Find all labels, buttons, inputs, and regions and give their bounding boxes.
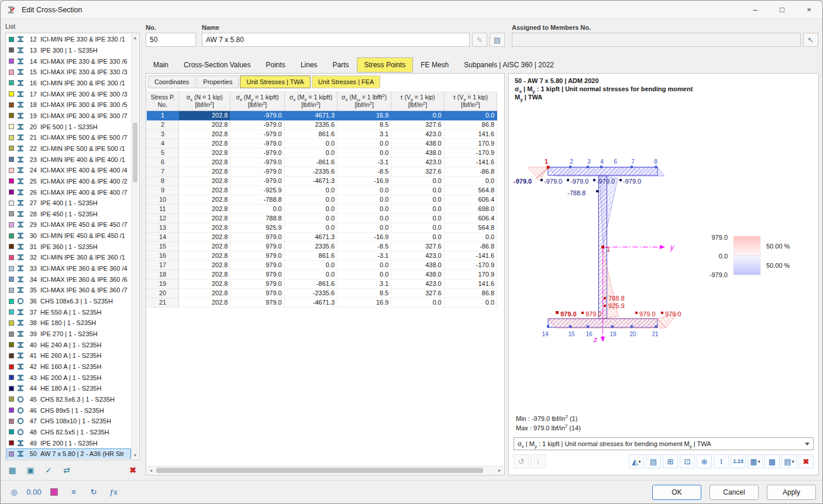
table-cell[interactable]: 202.8 [179, 251, 230, 261]
row-number-cell[interactable]: 8 [147, 177, 179, 186]
hscroll-thumb[interactable] [156, 468, 483, 473]
list-item[interactable]: 50AW 7 x 5.80 | 2 - A36 (HR Str [6, 448, 131, 459]
table-cell[interactable]: 698.0 [445, 205, 497, 214]
row-number-cell[interactable]: 10 [147, 195, 179, 205]
table-cell[interactable]: -979.0 [230, 158, 284, 167]
result-type-button[interactable]: ◭▾ [629, 454, 644, 468]
row-number-cell[interactable]: 6 [147, 158, 179, 167]
table-cell[interactable]: 0.0 [391, 111, 444, 120]
cancel-button[interactable]: Cancel [710, 485, 759, 500]
list-item[interactable]: 27IPE 400 | 1 - S235H [6, 198, 131, 209]
table-cell[interactable]: -979.0 [230, 177, 284, 186]
list-item[interactable]: 39IPE 270 | 1 - S235H [6, 329, 131, 340]
table-cell[interactable]: -925.9 [230, 186, 284, 195]
tab-subpanels-aisc-360-2022[interactable]: Subpanels | AISC 360 | 2022 [456, 57, 562, 73]
table-cell[interactable]: 3.1 [338, 130, 391, 139]
grid-button[interactable]: ▩ [765, 454, 780, 468]
reset-view-button[interactable]: ✖ [798, 454, 814, 468]
list-item[interactable]: 13IPE 300 | 1 - S235H [6, 45, 131, 56]
ok-button[interactable]: OK [652, 485, 701, 500]
table-cell[interactable]: 0.0 [230, 205, 284, 214]
list-item[interactable]: 14ICI-MAX IPE 330 & IPE 330 /6 [6, 56, 131, 67]
table-cell[interactable]: 202.8 [179, 223, 230, 233]
table-cell[interactable]: -170.9 [445, 261, 497, 270]
row-number-cell[interactable]: 18 [147, 270, 179, 279]
row-number-cell[interactable]: 9 [147, 186, 179, 195]
list-item[interactable]: 37HE 550 A | 1 - S235H [6, 306, 131, 317]
table-cell[interactable]: 0.0 [338, 139, 391, 149]
table-cell[interactable]: 202.8 [179, 177, 230, 186]
table-cell[interactable]: 141.6 [445, 130, 497, 139]
table-cell[interactable]: -979.0 [230, 111, 284, 120]
table-cell[interactable]: 202.8 [179, 233, 230, 242]
subtab-unit-stresses-fea[interactable]: Unit Stresses | FEA [312, 75, 381, 88]
table-cell[interactable]: 979.0 [230, 261, 284, 270]
list-item[interactable]: 49IPE 200 | 1 - S235H [6, 437, 131, 448]
copy-section-button[interactable]: ▣ [23, 463, 37, 477]
table-cell[interactable]: 979.0 [230, 270, 284, 279]
minimize-button[interactable]: – [742, 1, 769, 19]
table-cell[interactable]: 861.6 [285, 251, 338, 261]
table-cell[interactable]: 606.4 [445, 214, 497, 223]
row-number-cell[interactable]: 20 [147, 289, 179, 298]
table-cell[interactable]: 0.0 [391, 223, 444, 233]
table-cell[interactable]: 202.8 [179, 130, 230, 139]
list-item[interactable]: 31IPE 360 | 1 - S235H [6, 241, 131, 252]
tab-points[interactable]: Points [259, 57, 293, 73]
table-cell[interactable]: 16.9 [338, 298, 391, 308]
table-cell[interactable]: 979.0 [230, 298, 284, 308]
table-cell[interactable]: -861.6 [285, 158, 338, 167]
table-cell[interactable]: 0.0 [285, 214, 338, 223]
table-cell[interactable]: 141.6 [445, 279, 497, 289]
table-cell[interactable]: 202.8 [179, 289, 230, 298]
list-item[interactable]: 34ICI-MAX IPE 360 & IPE 360 /6 [6, 274, 131, 285]
table-row[interactable]: 21202.8979.0-4671.316.90.00.0 [147, 298, 497, 308]
show-section-button[interactable]: I [714, 454, 729, 468]
tab-main[interactable]: Main [146, 57, 176, 73]
table-cell[interactable]: 438.0 [391, 139, 444, 149]
table-cell[interactable]: 606.4 [445, 195, 497, 205]
row-number-cell[interactable]: 4 [147, 139, 179, 149]
table-cell[interactable]: 327.6 [391, 120, 444, 130]
table-cell[interactable]: 202.8 [179, 195, 230, 205]
table-cell[interactable]: 327.6 [391, 289, 444, 298]
list-item[interactable]: 23ICI-MIN IPE 400 & IPE 400 /1 [6, 154, 131, 165]
name-input[interactable]: AW 7 x 5.80 [202, 33, 470, 47]
table-cell[interactable]: 423.0 [391, 279, 444, 289]
table-view-button[interactable]: ▦▾ [748, 454, 763, 468]
list-item[interactable]: 26ICI-MAX IPE 400 & IPE 400 /7 [6, 187, 131, 198]
tab-parts[interactable]: Parts [325, 57, 357, 73]
tab-cross-section-values[interactable]: Cross-Section Values [176, 57, 259, 73]
table-cell[interactable]: 0.0 [285, 205, 338, 214]
table-row[interactable]: 2202.8-979.02335.68.5327.686.8 [147, 120, 497, 130]
table-cell[interactable]: -4671.3 [285, 177, 338, 186]
list-item[interactable]: 35ICI-MAX IPE 360 & IPE 360 /7 [6, 285, 131, 296]
list-item[interactable]: 44HE 180 A | 1 - S235H [6, 383, 131, 394]
row-number-cell[interactable]: 15 [147, 242, 179, 251]
table-cell[interactable]: -8.5 [338, 242, 391, 251]
table-cell[interactable]: 0.0 [338, 149, 391, 158]
list-item[interactable]: 46CHS 89x5 | 1 - S235H [6, 405, 131, 416]
table-row[interactable]: 11202.80.00.00.00.0698.0 [147, 205, 497, 214]
column-header[interactable]: τ (Vy = 1 kip)[lbf/in2] [391, 91, 444, 111]
row-number-cell[interactable]: 7 [147, 167, 179, 177]
table-cell[interactable]: -16.9 [338, 233, 391, 242]
table-cell[interactable]: 0.0 [285, 139, 338, 149]
table-cell[interactable]: 0.0 [445, 177, 497, 186]
catalog-button[interactable]: ▤ [490, 33, 505, 47]
table-cell[interactable]: 0.0 [285, 223, 338, 233]
table-cell[interactable]: 0.0 [391, 214, 444, 223]
renumber-section-button[interactable]: ⇄ [60, 463, 74, 477]
show-points-button[interactable]: ⊡ [680, 454, 695, 468]
column-header[interactable]: τ (Vz = 1 kip)[lbf/in2] [445, 91, 497, 111]
table-cell[interactable]: 202.8 [179, 120, 230, 130]
list-scrollbar[interactable]: ▲ ▼ [131, 34, 139, 459]
list-item[interactable]: 12ICI-MIN IPE 330 & IPE 330 /1 [6, 34, 131, 45]
list-item[interactable]: 45CHS 82.5x6.3 | 1 - S235H [6, 394, 131, 405]
row-number-cell[interactable]: 3 [147, 130, 179, 139]
list-item[interactable]: 17ICI-MAX IPE 300 & IPE 300 /3 [6, 88, 131, 99]
subtab-unit-stresses-twa[interactable]: Unit Stresses | TWA [240, 75, 310, 88]
table-horizontal-scrollbar[interactable]: ◄ ► [147, 466, 504, 474]
table-cell[interactable]: 0.0 [338, 261, 391, 270]
table-cell[interactable]: 438.0 [391, 261, 444, 270]
